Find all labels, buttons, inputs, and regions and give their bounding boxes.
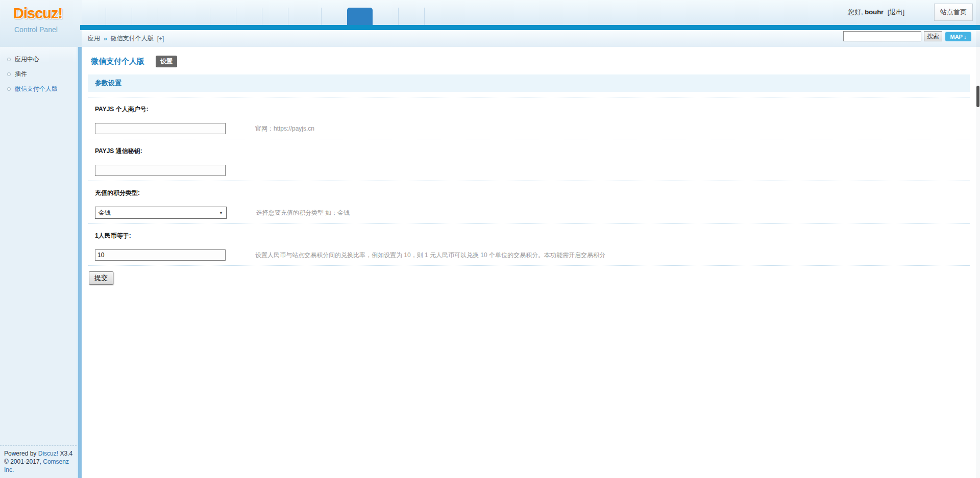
powered-prefix: Powered by: [4, 450, 36, 457]
search-input[interactable]: [843, 31, 921, 41]
map-button[interactable]: MAP ↓: [945, 32, 971, 41]
field-help: 设置人民币与站点交易积分间的兑换比率，例如设置为 10，则 1 元人民币可以兑换…: [255, 251, 605, 260]
settings-form: PAYJS 个人商户号: 官网：https://payjs.cn PAYJS 通…: [88, 97, 970, 266]
logout-link[interactable]: [退出]: [888, 8, 904, 16]
settings-button[interactable]: 设置: [156, 56, 177, 67]
field-help: 选择您要充值的积分类型 如：金钱: [256, 209, 350, 217]
sidebar-item-label: 插件: [15, 70, 27, 79]
powered-suffix: X3.4: [60, 450, 72, 457]
sidebar: 应用中心 插件 微信支付个人版 Powered by Discuz! X3.4 …: [0, 47, 77, 478]
breadcrumb: 应用 » 微信支付个人版 [+]: [88, 30, 164, 47]
chevron-down-icon: ▼: [219, 211, 223, 215]
title-row: 微信支付个人版 设置: [91, 56, 971, 67]
control-row: 设置人民币与站点交易积分间的兑换比率，例如设置为 10，则 1 元人民币可以兑换…: [95, 249, 970, 261]
copyright-prefix: © 2001-2017,: [4, 458, 41, 465]
sidebar-item-label: 微信支付个人版: [15, 85, 58, 93]
site-home-button[interactable]: 站点首页: [934, 4, 973, 21]
radio-bullet-icon: [7, 72, 11, 76]
radio-bullet-icon: [7, 58, 11, 61]
radio-bullet-icon: [7, 87, 11, 91]
form-group-communication-key: PAYJS 通信秘钥:: [88, 139, 970, 181]
sidebar-item-wechat-pay[interactable]: 微信支付个人版: [0, 82, 77, 96]
discuz-link[interactable]: Discuz!: [38, 450, 58, 457]
credit-type-select[interactable]: 金钱 ▼: [95, 207, 227, 219]
form-group-exchange-rate: 1人民币等于: 设置人民币与站点交易积分间的兑换比率，例如设置为 10，则 1 …: [88, 224, 970, 266]
copyright-line: © 2001-2017, Comsenz Inc.: [4, 458, 75, 474]
map-label: MAP: [950, 34, 963, 40]
greeting-text: 您好,: [848, 8, 863, 16]
submit-button[interactable]: 提交: [89, 271, 113, 285]
sidebar-item-label: 应用中心: [15, 55, 39, 64]
merchant-id-field[interactable]: [95, 123, 226, 134]
field-label: 充值的积分类型:: [95, 189, 970, 197]
arrow-down-icon: ↓: [964, 34, 967, 40]
sidebar-divider: [77, 47, 82, 478]
form-group-merchant-id: PAYJS 个人商户号: 官网：https://payjs.cn: [88, 97, 970, 139]
section-header: 参数设置: [88, 74, 970, 92]
sidebar-item-app-center[interactable]: 应用中心: [0, 52, 77, 67]
control-panel-subtitle: Control Panel: [14, 26, 58, 34]
field-help: 官网：https://payjs.cn: [255, 124, 314, 133]
search-button[interactable]: 搜索: [924, 31, 942, 41]
field-label: PAYJS 个人商户号:: [95, 105, 970, 114]
sidebar-menu: 应用中心 插件 微信支付个人版: [0, 47, 77, 96]
breadcrumb-separator-icon: »: [104, 35, 107, 42]
logo-area: Discuz! Control Panel: [0, 0, 82, 47]
discuz-admin-page: Discuz! Control Panel 首页 全局 界面 内容 用户 门户 …: [0, 0, 980, 478]
accent-bar: [80, 25, 980, 30]
page-title: 微信支付个人版: [91, 57, 144, 66]
sidebar-footer: Powered by Discuz! X3.4 © 2001-2017, Com…: [0, 445, 77, 478]
control-row: [95, 165, 970, 176]
breadcrumb-expand[interactable]: [+]: [157, 35, 164, 42]
control-row: 金钱 ▼ 选择您要充值的积分类型 如：金钱: [95, 207, 970, 219]
discuz-logo: Discuz!: [13, 5, 62, 22]
username: bouhr: [865, 8, 884, 16]
breadcrumb-page: 微信支付个人版: [111, 34, 154, 43]
user-greeting: 您好, bouhr [退出]: [848, 8, 904, 17]
powered-by-line: Powered by Discuz! X3.4: [4, 449, 75, 458]
scrollbar-track: [976, 0, 980, 478]
sidebar-item-plugins[interactable]: 插件: [0, 67, 77, 82]
field-label: 1人民币等于:: [95, 232, 970, 240]
control-row: 官网：https://payjs.cn: [95, 123, 970, 134]
breadcrumb-section[interactable]: 应用: [88, 34, 100, 43]
field-label: PAYJS 通信秘钥:: [95, 147, 970, 156]
scrollbar-thumb[interactable]: [976, 86, 979, 107]
exchange-rate-field[interactable]: [95, 249, 226, 261]
main-content: 微信支付个人版 设置 参数设置 PAYJS 个人商户号: 官网：https://…: [82, 47, 980, 478]
form-group-credit-type: 充值的积分类型: 金钱 ▼ 选择您要充值的积分类型 如：金钱: [88, 181, 970, 224]
communication-key-field[interactable]: [95, 165, 226, 176]
select-value: 金钱: [99, 209, 111, 217]
